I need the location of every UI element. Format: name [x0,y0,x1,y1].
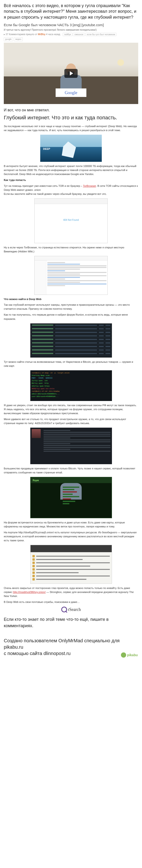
browser-error-image: 404 Not Found [34,198,108,243]
play-icon[interactable] [64,69,78,78]
video-description: И третья часть вдогонку! Приятного просм… [4,28,138,32]
error-message: 404 Not Found [34,204,108,222]
sub-heading: Как туда попасть [4,178,138,182]
video-subtitle: [eng] [youtube.com] [73,23,104,27]
tag[interactable]: google [4,37,13,41]
deep-label: DEEP [43,147,50,151]
strongbox-link[interactable]: http://mssbhvsf3l6hoy.onion/ [13,591,46,593]
sub-heading: Что можно найти в Deep Web [4,297,138,301]
intro-note: И вот, что он мне ответил. [4,107,138,113]
author-link[interactable]: MrBfoy [38,33,45,36]
google-sign: Google [55,88,86,97]
comments-count[interactable]: ▸ 37 Комментариев пришло от [4,33,38,36]
paragraph: Тут можно найти статьи на всевозможные т… [4,360,138,368]
paragraph: Большинство продавцов принимают к оплате… [4,467,138,474]
paragraph: На форуме встречаются анонсы на бронежил… [4,521,138,529]
video-meta: ▸ 37 Комментариев пришло от MrBfoy 4 час… [4,33,138,36]
catalog-image [30,545,112,584]
listing-image [30,428,112,464]
paragraph: В Deep Web есть свои почтовые службы, по… [4,600,138,604]
torsearch-logo: rSearch [50,606,92,613]
video-player[interactable]: Google [4,43,138,104]
search-icon [61,607,67,612]
article-heading: Глубокий интернет. Что это и как туда по… [4,115,138,121]
intro-text: Всё началось с этого видео, в котором у … [4,3,138,20]
paragraph: Тут на помощь приходит уже известная сет… [4,184,138,196]
paragraph: В интернете бытует мнение, что глубокий … [4,164,138,176]
paragraph: Я даже не уверен, стоит ли вообще про эт… [4,403,138,415]
terminal-image: root@kali:~# nmap -sV -p- target.onion S… [30,370,112,401]
paragraph: На портале http://doe6ypf2fcyznaq5.onion… [4,530,138,542]
torsearch-text: rSearch [68,607,81,613]
paragraph: Как-то так получилось, что первым делом … [4,313,138,321]
tag[interactable]: видео [14,37,23,41]
torbrowser-link[interactable]: TorBrowser [83,184,96,187]
time-ago: 4 часа назад [46,33,60,36]
mailbox-image: Ящик [30,477,112,518]
paragraph: Очень много закрытых от посторонних глаз… [4,586,138,598]
paragraph: За последние несколько лет я все чаще и … [4,124,138,132]
paragraph: Меня удивило вот не столько то, что прод… [4,417,138,425]
cat-tag[interactable]: смешное [73,33,85,36]
call-to-action: Если кто-то знает по этой теме что-то ещ… [4,616,138,629]
video-title-row: Если бы Google был человеком ЧАСТЬ 3 [en… [4,22,138,28]
paragraph: Ну а если через TorBrowser, то страница … [4,246,138,253]
paragraph: Так как глубокий интернет используют хак… [4,303,138,311]
cat-tag[interactable]: если бы гугл был человеком [86,33,116,36]
video-title[interactable]: Если бы Google был человеком ЧАСТЬ 3 [4,23,72,27]
mailbox-header: Ящик [31,477,112,483]
pikabu-logo: pikabu [121,652,138,658]
iceberg-image: DEEP [40,135,102,162]
cat-tag[interactable]: пейбук [63,33,72,36]
hidden-wiki-image [34,256,108,295]
forum-image [30,323,112,358]
tag-list: google видео [4,37,138,41]
